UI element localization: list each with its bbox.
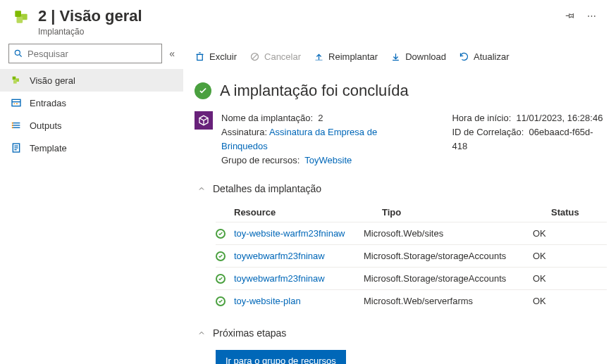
refresh-icon	[459, 51, 469, 62]
chevron-up-icon	[195, 184, 209, 193]
column-header-type: Tipo	[382, 207, 551, 218]
cancel-icon	[249, 51, 260, 62]
svg-point-12	[12, 123, 13, 124]
status-title: A implantação foi concluída	[220, 82, 409, 100]
resource-row: toy-website-warfm23fninawMicrosoft.Web/s…	[216, 222, 607, 244]
status-ok-icon	[216, 274, 226, 284]
column-header-status: Status	[551, 207, 607, 218]
sidebar-item-template[interactable]: Template	[0, 137, 183, 159]
svg-rect-0	[15, 11, 21, 17]
more-button[interactable]: ⋯	[583, 7, 600, 24]
svg-rect-5	[13, 77, 16, 80]
resource-group-label: Grupo de recursos:	[221, 155, 300, 165]
deploy-name-label: Nome da implantação:	[221, 113, 313, 123]
resource-status: OK	[533, 296, 607, 306]
search-input[interactable]	[23, 49, 157, 59]
sidebar-item-visão-geral[interactable]: Visão geral	[0, 69, 183, 92]
resource-type: Microsoft.Storage/storageAccounts	[364, 251, 533, 261]
search-icon	[13, 49, 23, 58]
sidebar-item-entradas[interactable]: Entradas	[0, 92, 183, 114]
svg-line-23	[252, 54, 257, 58]
resource-row: toy-website-planMicrosoft.Web/serverfarm…	[216, 289, 607, 312]
chevron-up-icon	[195, 329, 209, 337]
svg-point-14	[12, 127, 13, 128]
svg-point-3	[15, 50, 20, 55]
page-subtitle: Implantação	[38, 27, 557, 37]
delete-button[interactable]: Excluir	[195, 51, 237, 62]
svg-rect-7	[13, 80, 17, 84]
resource-status: OK	[533, 251, 607, 261]
svg-rect-24	[316, 59, 323, 60]
resource-status: OK	[533, 228, 607, 239]
cancel-button: Cancelar	[249, 51, 301, 62]
status-ok-icon	[216, 229, 226, 239]
resource-group-link[interactable]: ToyWebsite	[304, 155, 352, 165]
page-title: 2 | Visão geral	[38, 7, 557, 25]
svg-rect-2	[17, 17, 23, 23]
svg-rect-19	[197, 54, 203, 60]
package-icon	[195, 111, 213, 130]
resource-status: OK	[533, 273, 607, 284]
sidebar-item-label: Entradas	[30, 98, 66, 108]
redeploy-icon	[314, 51, 324, 62]
search-box[interactable]	[8, 44, 162, 63]
resource-row: toywebwarfm23fninawMicrosoft.Storage/sto…	[216, 244, 607, 267]
start-time-value: 11/01/2023, 16:28:46	[517, 113, 603, 123]
resource-link[interactable]: toy-website-warfm23fninaw	[234, 228, 345, 239]
inputs-icon	[10, 96, 23, 109]
column-header-resource: Resource	[234, 207, 382, 218]
resource-type: Microsoft.Storage/storageAccounts	[364, 273, 533, 284]
resource-link[interactable]: toy-website-plan	[234, 296, 301, 306]
status-ok-icon	[216, 296, 226, 306]
success-badge	[195, 82, 211, 99]
start-time-label: Hora de início:	[452, 113, 511, 123]
deploy-name-value: 2	[318, 113, 323, 123]
sidebar-item-outputs[interactable]: Outputs	[0, 114, 183, 137]
resource-type: Microsoft.Web/serverfarms	[364, 296, 533, 306]
resource-row: toywebwarfm23fninawMicrosoft.Storage/sto…	[216, 267, 607, 289]
download-icon	[390, 51, 401, 62]
delete-icon	[195, 51, 205, 62]
svg-rect-8	[12, 99, 20, 106]
svg-point-13	[12, 125, 13, 126]
resource-link[interactable]: toywebwarfm23fninaw	[234, 273, 325, 284]
details-section-toggle[interactable]: Detalhes da implantação	[195, 183, 607, 194]
status-ok-icon	[216, 251, 226, 261]
cubes-icon	[10, 74, 23, 87]
sidebar-item-label: Visão geral	[30, 75, 75, 86]
go-to-resource-group-button[interactable]: Ir para o grupo de recursos	[216, 350, 346, 364]
deployment-icon	[11, 7, 31, 27]
collapse-sidebar-button[interactable]: «	[169, 48, 175, 59]
resource-link[interactable]: toywebwarfm23fninaw	[234, 251, 325, 261]
outputs-icon	[10, 119, 23, 132]
correlation-id-label: ID de Correlação:	[452, 127, 524, 137]
refresh-button[interactable]: Atualizar	[459, 51, 510, 62]
subscription-label: Assinatura:	[221, 127, 267, 137]
pin-button[interactable]	[562, 7, 579, 24]
sidebar-item-label: Outputs	[30, 120, 62, 131]
template-icon	[10, 142, 23, 154]
svg-line-4	[20, 55, 22, 57]
sidebar-item-label: Template	[30, 143, 67, 153]
download-button[interactable]: Download	[390, 51, 446, 62]
resource-type: Microsoft.Web/sites	[364, 228, 533, 239]
next-steps-section-toggle[interactable]: Próximas etapas	[195, 327, 607, 339]
redeploy-button[interactable]: Reimplantar	[314, 51, 378, 62]
